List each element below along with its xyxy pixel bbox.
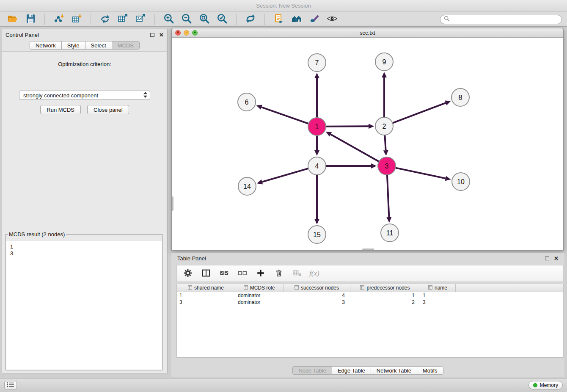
zoom-in-button[interactable] (161, 13, 176, 26)
table-panel-header: Table Panel ✕ (171, 253, 564, 263)
network-canvas[interactable]: 7968124314101511 (172, 38, 563, 250)
edge-2-3[interactable] (385, 135, 385, 150)
style-brush-button[interactable] (307, 13, 322, 26)
close-panel-x-icon[interactable]: ✕ (159, 32, 164, 38)
column-type-icon (244, 285, 248, 291)
edge-3-10[interactable] (396, 168, 446, 178)
tab-network[interactable]: Network (30, 41, 62, 50)
run-mcds-button[interactable]: Run MCDS (40, 105, 81, 114)
import-table-icon (72, 14, 82, 25)
node-label-3: 3 (385, 163, 389, 170)
horizontal-scrollbar-fragment[interactable] (362, 248, 374, 250)
zoom-fit-icon (199, 13, 210, 25)
table-cell: dominator (235, 292, 284, 299)
table-tabs: Node TableEdge TableNetwork TableMotifs (171, 366, 564, 375)
tab-motifs[interactable]: Motifs (417, 366, 443, 375)
tab-mcds[interactable]: MCDS (112, 41, 140, 50)
export-image-button[interactable] (133, 13, 148, 26)
open-file-button[interactable] (5, 13, 20, 26)
delete-table-button[interactable] (291, 268, 303, 279)
apply-layout-button[interactable] (243, 13, 258, 26)
import-network-button[interactable] (51, 13, 66, 26)
maximize-window-icon[interactable]: + (192, 30, 198, 36)
node-label-2: 2 (383, 123, 386, 130)
main-toolbar (0, 12, 567, 27)
memory-button[interactable]: Memory (528, 381, 563, 389)
mcds-buttons-row: Run MCDS Close panel (2, 105, 167, 114)
tab-edge-table[interactable]: Edge Table (332, 366, 371, 375)
table-cell: 2 (350, 299, 420, 306)
table-settings-button[interactable] (182, 268, 194, 279)
edge-arrowhead (257, 179, 263, 185)
tab-node-table[interactable]: Node Table (292, 366, 332, 375)
column-header-name[interactable]: name (420, 284, 456, 292)
column-header-predecessor-nodes[interactable]: predecessor nodes (350, 284, 420, 292)
mcds-result-box: MCDS result (2 nodes) 13 (6, 231, 162, 370)
export-table-button[interactable] (115, 13, 130, 26)
zoom-out-button[interactable] (179, 13, 194, 26)
vertical-scrollbar-fragment[interactable] (172, 196, 173, 211)
edge-3-11[interactable] (387, 175, 389, 217)
node-label-10: 10 (457, 178, 465, 185)
network-window-titlebar[interactable]: scc.txt ✕ – + (172, 28, 563, 38)
node-label-14: 14 (243, 183, 251, 190)
node-label-15: 15 (313, 231, 321, 238)
edge-arrowhead (386, 217, 391, 223)
minimize-window-icon[interactable]: – (184, 30, 189, 36)
edge-3-1[interactable] (330, 134, 379, 162)
edge-1-6[interactable] (261, 107, 308, 124)
toolbar-separator (154, 14, 155, 25)
home-overview-button[interactable] (289, 13, 304, 26)
show-graphics-button[interactable] (325, 13, 340, 26)
function-builder-button[interactable]: f(x) (309, 268, 319, 279)
zoom-selected-button[interactable] (215, 13, 230, 26)
edge-2-8[interactable] (393, 103, 446, 123)
edge-arrowhead (314, 73, 319, 78)
copy-network-style-button[interactable] (271, 13, 286, 26)
close-table-panel-x-icon[interactable]: ✕ (554, 256, 559, 261)
node-label-8: 8 (459, 94, 462, 101)
zoom-in-icon (163, 13, 174, 25)
deselect-all-button[interactable] (237, 268, 248, 279)
column-header-successor-nodes[interactable]: successor nodes (284, 284, 350, 292)
column-type-icon (428, 285, 432, 291)
table-cell: dominator (235, 299, 284, 306)
table-toolbar: f(x) (176, 265, 564, 282)
titlebar[interactable]: Session: New Session (0, 0, 567, 12)
tab-select[interactable]: Select (85, 41, 112, 50)
column-header-mcds-role[interactable]: MCDS role (235, 284, 284, 292)
checked-boxes-icon (219, 268, 229, 279)
import-table-button[interactable] (69, 13, 84, 26)
open-folder-icon (7, 14, 18, 25)
houses-icon (291, 14, 302, 25)
search-input[interactable] (452, 16, 558, 22)
float-panel-icon[interactable] (150, 33, 154, 37)
table-panel: Table Panel ✕ f(x) shared nameMCDS roles… (171, 253, 564, 377)
edge-4-14[interactable] (262, 168, 308, 182)
select-all-button[interactable] (218, 268, 230, 279)
edge-arrowhead (314, 219, 319, 224)
add-row-button[interactable] (255, 268, 267, 279)
export-network-button[interactable] (97, 13, 113, 26)
show-columns-button[interactable] (200, 268, 212, 279)
close-window-icon[interactable]: ✕ (175, 30, 181, 36)
table-header-row: shared nameMCDS rolesuccessor nodesprede… (177, 284, 563, 292)
zoom-fit-button[interactable] (197, 13, 212, 26)
edge-1-2[interactable] (326, 126, 369, 127)
float-table-panel-icon[interactable] (545, 257, 549, 260)
search-box[interactable] (440, 15, 562, 24)
node-label-9: 9 (383, 58, 386, 66)
edge-arrowhead (314, 150, 319, 156)
save-session-button[interactable] (23, 13, 38, 26)
tab-style[interactable]: Style (61, 41, 85, 50)
delete-row-button[interactable] (273, 268, 285, 279)
task-history-button[interactable] (4, 381, 17, 389)
table-row[interactable]: 3dominator323 (177, 299, 563, 306)
table-row[interactable]: 1dominator411 (177, 292, 563, 299)
optimization-dropdown[interactable]: strongly connected component (19, 91, 150, 100)
column-header-shared-name[interactable]: shared name (177, 284, 235, 292)
close-panel-button[interactable]: Close panel (87, 105, 129, 114)
edge-arrowhead (383, 150, 388, 156)
tab-network-table[interactable]: Network Table (371, 366, 417, 375)
network-window: scc.txt ✕ – + 7968124314101511 (171, 28, 564, 251)
